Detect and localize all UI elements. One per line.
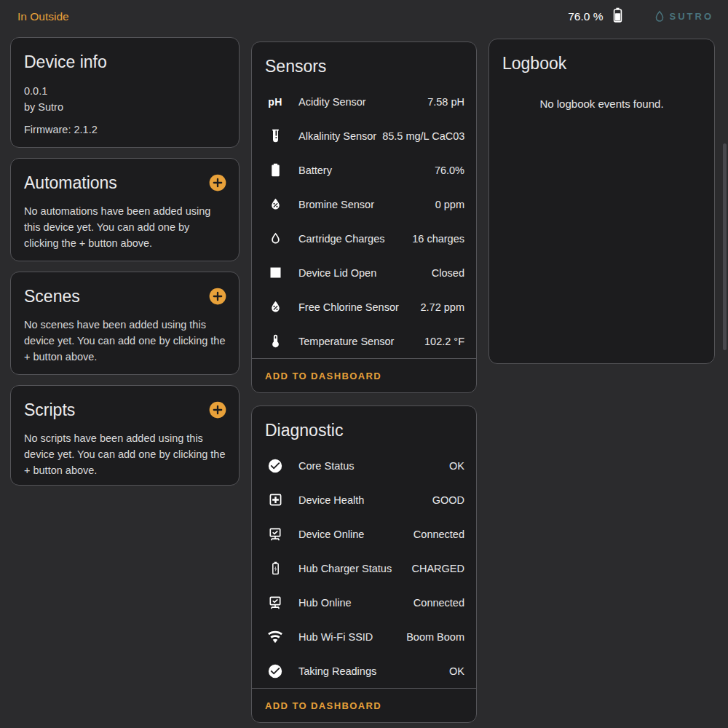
middle-column: Sensors pHAcidity Sensor7.58 pHAlkalinit… — [251, 41, 477, 723]
entity-row[interactable]: Temperature Sensor102.2 °F — [252, 324, 476, 358]
add-scene-button[interactable] — [208, 287, 227, 306]
scenes-title: Scenes — [24, 285, 80, 307]
water-percent-icon — [266, 298, 284, 316]
scripts-card: Scripts No scripts have been added using… — [10, 385, 240, 486]
network-check-icon — [266, 526, 284, 543]
wifi-icon — [266, 628, 284, 646]
entity-row[interactable]: Core StatusOK — [252, 448, 476, 483]
add-script-button[interactable] — [208, 400, 227, 419]
diagnostic-rows: Core StatusOKDevice HealthGOODDevice Onl… — [252, 447, 476, 688]
entity-row[interactable]: Bromine Sensor0 ppm — [252, 187, 476, 221]
entity-label: Cartridge Charges — [298, 233, 406, 245]
entity-row[interactable]: pHAcidity Sensor7.58 pH — [252, 84, 476, 119]
device-firmware: Firmware: 2.1.2 — [24, 122, 226, 138]
battery-charging-icon — [266, 560, 284, 577]
scripts-title: Scripts — [24, 399, 75, 421]
automations-title: Automations — [24, 172, 117, 194]
entity-label: Alkalinity Sensor — [298, 130, 376, 142]
thermometer-icon — [266, 333, 284, 350]
entity-row[interactable]: Hub Charger StatusCHARGED — [252, 551, 476, 585]
diagnostic-card: Diagnostic Core StatusOKDevice HealthGOO… — [251, 405, 477, 723]
entity-value: 76.0% — [435, 165, 464, 176]
entity-label: Hub Online — [298, 597, 408, 609]
entity-value: CHARGED — [411, 563, 464, 574]
plus-circle-icon — [208, 287, 227, 306]
top-bar: In Outside 76.0 % SUTRO — [0, 0, 728, 33]
device-info-card: Device info 0.0.1 by Sutro Firmware: 2.1… — [10, 37, 240, 148]
entity-row[interactable]: Device OnlineConnected — [252, 517, 476, 551]
scripts-empty-text: No scripts have been added using this de… — [11, 427, 239, 486]
header-right: 76.0 % SUTRO — [568, 7, 713, 26]
entity-row[interactable]: Battery76.0% — [252, 153, 476, 187]
entity-value: Boom Boom — [406, 631, 464, 643]
plus-circle-icon — [208, 173, 227, 192]
entity-label: Device Online — [298, 529, 408, 540]
automations-empty-text: No automations have been added using thi… — [11, 199, 239, 261]
sensors-add-to-dashboard-button[interactable]: ADD TO DASHBOARD — [252, 358, 476, 392]
entity-row[interactable]: Hub OnlineConnected — [252, 585, 476, 620]
main-content: Device info 0.0.1 by Sutro Firmware: 2.1… — [0, 33, 728, 723]
entity-label: Hub Charger Status — [298, 563, 405, 574]
square-icon — [266, 264, 284, 282]
device-version: 0.0.1 — [24, 83, 226, 99]
entity-label: Free Chlorine Sensor — [298, 301, 415, 313]
sensors-rows: pHAcidity Sensor7.58 pHAlkalinity Sensor… — [252, 83, 476, 358]
entity-row[interactable]: Device HealthGOOD — [252, 483, 476, 517]
scenes-empty-text: No scenes have been added using this dev… — [11, 313, 239, 375]
sensors-card: Sensors pHAcidity Sensor7.58 pHAlkalinit… — [251, 41, 477, 393]
entity-row[interactable]: Hub Wi-Fi SSIDBoom Boom — [252, 620, 476, 654]
entity-label: Taking Readings — [298, 665, 443, 677]
battery-percent-label: 76.0 % — [568, 10, 603, 23]
sutro-logo: SUTRO — [652, 9, 714, 24]
droplet-icon — [652, 9, 667, 24]
network-check-icon — [266, 594, 284, 612]
entity-label: Bromine Sensor — [298, 199, 430, 210]
diagnostic-title: Diagnostic — [265, 419, 343, 441]
scrollbar-thumb[interactable] — [723, 143, 727, 350]
entity-value: OK — [449, 460, 464, 472]
sensors-title: Sensors — [265, 55, 326, 77]
battery-icon — [266, 162, 284, 179]
entity-value: OK — [449, 665, 464, 677]
water-outline-icon — [266, 230, 284, 248]
area-link[interactable]: In Outside — [17, 10, 69, 23]
ph-icon: pH — [266, 93, 284, 111]
logbook-card: Logbook No logbook events found. — [488, 39, 715, 364]
entity-label: Battery — [298, 165, 429, 176]
hospital-box-icon — [266, 491, 284, 509]
entity-label: Acidity Sensor — [298, 96, 422, 108]
entity-row[interactable]: Cartridge Charges16 charges — [252, 221, 476, 256]
entity-label: Device Health — [298, 494, 427, 506]
entity-row[interactable]: Taking ReadingsOK — [252, 654, 476, 688]
entity-row[interactable]: Alkalinity Sensor85.5 mg/L CaC03 — [252, 119, 476, 153]
water-percent-icon — [266, 196, 284, 213]
plus-circle-icon — [208, 400, 227, 419]
logbook-title: Logbook — [502, 52, 566, 74]
entity-label: Core Status — [298, 460, 443, 472]
device-manufacturer: by Sutro — [24, 99, 226, 115]
entity-label: Device Lid Open — [298, 267, 426, 279]
entity-row[interactable]: Device Lid OpenClosed — [252, 256, 476, 290]
entity-value: Connected — [414, 529, 464, 540]
diagnostic-add-to-dashboard-button[interactable]: ADD TO DASHBOARD — [252, 688, 476, 722]
battery-icon — [609, 7, 626, 26]
entity-value: 7.58 pH — [427, 96, 464, 108]
sutro-logo-text: SUTRO — [670, 11, 714, 22]
entity-row[interactable]: Free Chlorine Sensor2.72 ppm — [252, 290, 476, 324]
check-circle-icon — [266, 457, 284, 475]
entity-value: 16 charges — [412, 233, 464, 245]
test-tube-icon — [266, 127, 284, 145]
check-circle-icon — [266, 662, 284, 680]
entity-value: GOOD — [432, 494, 464, 506]
entity-value: 2.72 ppm — [421, 301, 464, 313]
right-column: Logbook No logbook events found. — [488, 39, 715, 364]
entity-label: Hub Wi-Fi SSID — [298, 631, 400, 643]
automations-card: Automations No automations have been add… — [10, 158, 240, 261]
scenes-card: Scenes No scenes have been added using t… — [10, 272, 240, 375]
add-automation-button[interactable] — [208, 173, 227, 192]
entity-value: 102.2 °F — [424, 336, 464, 347]
entity-value: 85.5 mg/L CaC03 — [382, 130, 464, 142]
entity-label: Temperature Sensor — [298, 336, 419, 347]
entity-value: Connected — [414, 597, 464, 609]
entity-value: Closed — [432, 267, 464, 279]
